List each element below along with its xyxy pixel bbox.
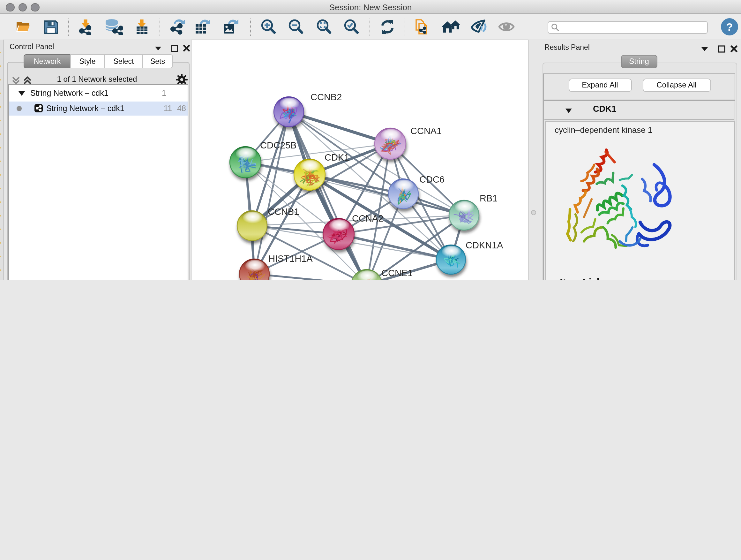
svg-text:CCNB2: CCNB2: [311, 92, 342, 102]
svg-text:CCNA1: CCNA1: [410, 126, 442, 136]
svg-text:CCNA2: CCNA2: [352, 213, 383, 224]
svg-text:CDKN1A: CDKN1A: [466, 240, 503, 250]
svg-text:?: ?: [726, 21, 733, 33]
svg-text:RB1: RB1: [480, 193, 497, 203]
svg-text:CCNB1: CCNB1: [268, 206, 299, 217]
svg-text:CDC25B: CDC25B: [260, 140, 296, 150]
svg-text:CDC6: CDC6: [419, 174, 445, 185]
svg-text:HIST1H1A: HIST1H1A: [268, 253, 313, 264]
svg-text:CCNE1: CCNE1: [381, 268, 413, 278]
svg-text:CDK1: CDK1: [325, 152, 349, 163]
